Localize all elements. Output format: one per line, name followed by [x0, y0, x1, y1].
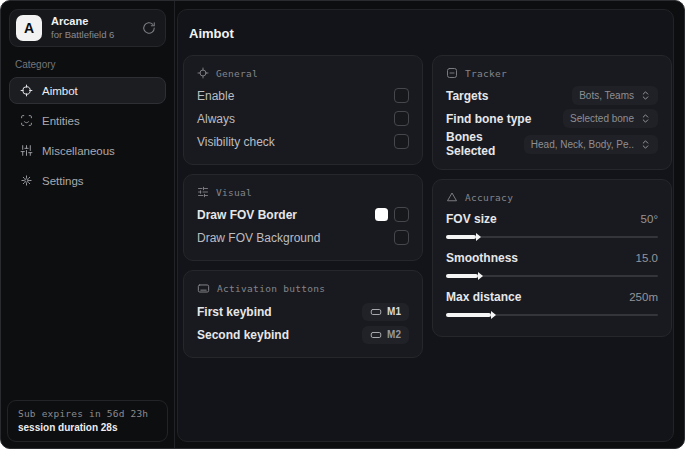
refresh-icon[interactable] — [142, 21, 156, 35]
setting-label: Enable — [197, 89, 234, 103]
category-label: Category — [15, 59, 160, 70]
setting-row-enable: Enable — [197, 84, 409, 107]
gear-icon — [20, 174, 33, 187]
setting-label: Visibility check — [197, 135, 275, 149]
setting-row-draw-fov-background: Draw FOV Background — [197, 226, 409, 249]
setting-label: Targets — [446, 89, 488, 103]
enable-checkbox[interactable] — [394, 88, 409, 103]
slider-fill[interactable] — [446, 313, 491, 317]
columns: General Enable Always Visibility check — [183, 55, 672, 358]
keybind-value: M2 — [387, 329, 401, 340]
triangle-icon — [446, 191, 458, 203]
setting-label: Max distance — [446, 290, 521, 304]
first-keybind-button[interactable]: M1 — [362, 303, 409, 321]
setting-row-second-keybind: Second keybind M2 — [197, 323, 409, 346]
setting-row-first-keybind: First keybind M1 — [197, 300, 409, 323]
max-distance-setting: Max distance 250m — [446, 286, 658, 316]
keybind-icon — [370, 306, 382, 318]
slider-label-row: Smoothness 15.0 — [446, 247, 658, 268]
unfold-icon — [640, 90, 651, 101]
app-logo-letter: A — [24, 20, 34, 36]
dropdown-value: Selected bone — [570, 113, 634, 124]
sidebar-item-label: Entities — [42, 115, 80, 127]
setting-label: First keybind — [197, 305, 272, 319]
setting-row-always: Always — [197, 107, 409, 130]
sidebar-item-miscellaneous[interactable]: Miscellaneous — [9, 137, 166, 164]
right-column: Tracker Targets Bots, Teams — [432, 55, 672, 337]
setting-label: Second keybind — [197, 328, 289, 342]
bones-selected-dropdown[interactable]: Head, Neck, Body, Pe.. — [524, 135, 658, 154]
tracker-card-header: Tracker — [446, 65, 658, 84]
setting-label: Draw FOV Border — [197, 208, 297, 222]
unfold-icon — [640, 139, 651, 150]
sliders-icon — [20, 144, 33, 157]
smoothness-setting: Smoothness 15.0 — [446, 247, 658, 277]
app-header: A Arcane for Battlefield 6 — [9, 9, 166, 47]
page-title: Aimbot — [189, 26, 672, 41]
setting-row-find-bone-type: Find bone type Selected bone — [446, 107, 658, 130]
sidebar-item-label: Settings — [42, 175, 84, 187]
smoothness-slider[interactable] — [446, 275, 658, 277]
visual-card-title: Visual — [216, 187, 252, 198]
setting-label: Find bone type — [446, 112, 531, 126]
app-logo: A — [16, 15, 42, 41]
accuracy-card-title: Accuracy — [465, 192, 513, 203]
setting-label: Bones Selected — [446, 130, 524, 158]
tracker-card: Tracker Targets Bots, Teams — [432, 55, 672, 170]
content-panel: Aimbot General — [177, 9, 674, 442]
slider-value: 15.0 — [636, 252, 658, 264]
square-minus-icon — [446, 67, 458, 79]
always-checkbox[interactable] — [394, 111, 409, 126]
slider-value: 250m — [629, 291, 658, 303]
subscription-status: Sub expires in 56d 23h session duration … — [7, 400, 168, 442]
app-subtitle: for Battlefield 6 — [51, 29, 114, 41]
slider-fill[interactable] — [446, 274, 478, 278]
keyboard-icon — [197, 282, 210, 295]
fov-size-setting: FOV size 50° — [446, 208, 658, 238]
app-name: Arcane — [51, 15, 114, 29]
app-window: A Arcane for Battlefield 6 Category — [0, 0, 685, 449]
left-column: General Enable Always Visibility check — [183, 55, 423, 358]
color-swatch[interactable] — [375, 208, 388, 221]
keybind-icon — [370, 329, 382, 341]
setting-label: Smoothness — [446, 251, 518, 265]
general-card-header: General — [197, 65, 409, 84]
row-controls — [375, 207, 409, 222]
crosshair-icon — [20, 84, 33, 97]
dropdown-value: Head, Neck, Body, Pe.. — [531, 139, 634, 150]
sidebar-item-entities[interactable]: Entities — [9, 107, 166, 134]
slider-value: 50° — [641, 213, 658, 225]
accuracy-card-header: Accuracy — [446, 189, 658, 208]
sidebar-item-aimbot[interactable]: Aimbot — [9, 77, 166, 104]
tracker-card-title: Tracker — [465, 68, 507, 79]
draw-fov-background-checkbox[interactable] — [394, 230, 409, 245]
sidebar: A Arcane for Battlefield 6 Category — [1, 1, 175, 448]
targets-dropdown[interactable]: Bots, Teams — [572, 86, 658, 105]
unfold-icon — [640, 113, 651, 124]
sidebar-nav: Aimbot Entities — [7, 77, 168, 194]
visibility-check-checkbox[interactable] — [394, 134, 409, 149]
draw-fov-border-checkbox[interactable] — [394, 207, 409, 222]
dropdown-value: Bots, Teams — [579, 90, 634, 101]
accuracy-card: Accuracy FOV size 50° — [432, 179, 672, 337]
find-bone-type-dropdown[interactable]: Selected bone — [563, 109, 658, 128]
slider-label-row: Max distance 250m — [446, 286, 658, 307]
activation-card-header: Activation buttons — [197, 280, 409, 300]
scan-face-icon — [20, 114, 33, 127]
setting-row-visibility-check: Visibility check — [197, 130, 409, 153]
sidebar-item-label: Miscellaneous — [42, 145, 115, 157]
slider-fill[interactable] — [446, 235, 476, 239]
activation-card-title: Activation buttons — [217, 283, 325, 294]
crosshair-small-icon — [197, 67, 209, 79]
sidebar-item-settings[interactable]: Settings — [9, 167, 166, 194]
max-distance-slider[interactable] — [446, 314, 658, 316]
setting-row-draw-fov-border: Draw FOV Border — [197, 203, 409, 226]
visual-card-header: Visual — [197, 184, 409, 203]
second-keybind-button[interactable]: M2 — [362, 326, 409, 344]
activation-card: Activation buttons First keybind M1 — [183, 270, 423, 358]
slider-label-row: FOV size 50° — [446, 208, 658, 229]
fov-size-slider[interactable] — [446, 236, 658, 238]
main-area: Aimbot General — [175, 1, 685, 448]
setting-row-targets: Targets Bots, Teams — [446, 84, 658, 107]
sub-expiry-text: Sub expires in 56d 23h — [18, 408, 157, 419]
